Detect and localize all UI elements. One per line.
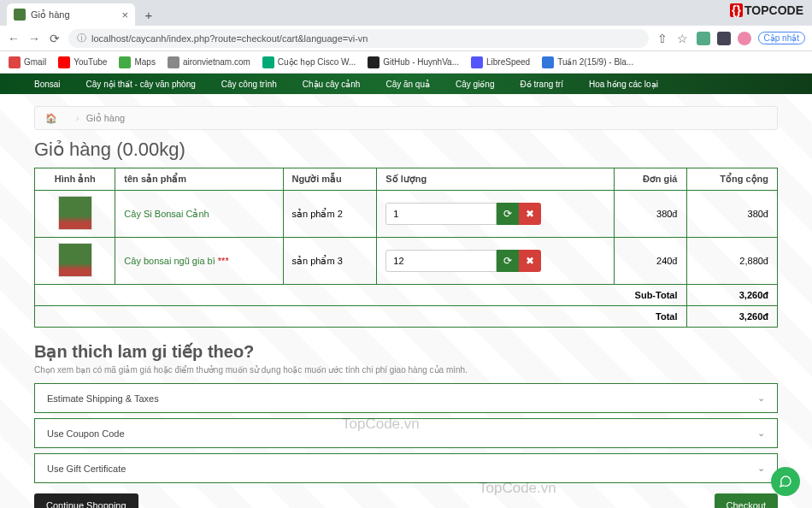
product-model: sản phẩm 2 bbox=[283, 191, 377, 238]
nav-item[interactable]: Cây ăn quả bbox=[385, 80, 430, 89]
subtotal-label: Sub-Total bbox=[35, 285, 687, 306]
accordion-label: Use Gift Certificate bbox=[47, 464, 126, 474]
youtube-icon bbox=[58, 56, 70, 68]
site-icon bbox=[168, 56, 179, 68]
breadcrumb-sep: › bbox=[76, 113, 79, 123]
bookmark-item[interactable]: Maps bbox=[119, 56, 155, 68]
site-info-icon[interactable]: ⓘ bbox=[77, 32, 86, 44]
accordion-coupon[interactable]: Use Coupon Code⌄ bbox=[34, 418, 778, 448]
total-row: Total 3,260đ bbox=[35, 306, 778, 328]
th-price: Đơn giá bbox=[615, 168, 686, 191]
total-label: Total bbox=[35, 306, 687, 328]
bookmark-star-icon[interactable]: ☆ bbox=[676, 32, 690, 45]
home-icon[interactable]: 🏠 bbox=[45, 113, 57, 124]
product-model: sản phẩm 3 bbox=[283, 238, 377, 285]
chevron-down-icon: ⌄ bbox=[757, 463, 765, 474]
browser-tab-strip: Giỏ hàng × + bbox=[0, 0, 812, 26]
next-steps-title: Bạn thich lam gi tiếp theo? bbox=[34, 341, 778, 362]
nav-item[interactable]: Hoa hồng các loại bbox=[589, 80, 658, 89]
product-name-link[interactable]: Cây bonsai ngũ gia bì bbox=[124, 256, 215, 266]
accordion-label: Use Coupon Code bbox=[47, 428, 125, 439]
category-nav: Bonsai Cây nội thất - cây văn phòng Cây … bbox=[0, 74, 812, 94]
cart-table: Hình ảnh tên sản phẩm Người mẫu Số lượng… bbox=[34, 168, 778, 328]
chevron-down-icon: ⌄ bbox=[757, 428, 765, 439]
bookmark-item[interactable]: aironvietnam.com bbox=[168, 56, 250, 68]
breadcrumb-current[interactable]: Giỏ hàng bbox=[86, 113, 126, 124]
extension-icon[interactable] bbox=[717, 32, 731, 45]
bookmark-item[interactable]: LibreSpeed bbox=[471, 56, 530, 68]
cisco-icon bbox=[262, 56, 274, 68]
bookmark-item[interactable]: Cuộc họp Cisco W... bbox=[262, 56, 356, 68]
th-image: Hình ảnh bbox=[35, 168, 115, 191]
qty-input[interactable] bbox=[385, 250, 497, 272]
bookmark-item[interactable]: Gmail bbox=[9, 56, 46, 68]
th-model: Người mẫu bbox=[283, 168, 377, 191]
librespeed-icon bbox=[471, 56, 483, 68]
subtotal-row: Sub-Total 3,260đ bbox=[35, 285, 778, 306]
extension-icon[interactable] bbox=[697, 32, 710, 45]
nav-item[interactable]: Đồ trang trí bbox=[520, 80, 562, 89]
nav-item[interactable]: Chậu cây cảnh bbox=[303, 80, 361, 89]
table-row: Cây bonsai ngũ gia bì *** sản phẩm 3 ⟳ ✖… bbox=[35, 238, 778, 285]
remove-icon[interactable]: ✖ bbox=[519, 250, 541, 272]
update-button[interactable]: Cập nhật bbox=[758, 32, 805, 44]
chevron-down-icon: ⌄ bbox=[757, 393, 765, 404]
nav-item[interactable]: Bonsai bbox=[34, 80, 61, 89]
breadcrumb: 🏠 › Giỏ hàng bbox=[34, 106, 778, 130]
browser-toolbar: ← → ⟳ ⓘ localhost/caycanh/index.php?rout… bbox=[0, 26, 812, 51]
nav-item[interactable]: Cây giống bbox=[456, 80, 494, 89]
bookmark-item[interactable]: GitHub - HuynhVa... bbox=[368, 56, 459, 68]
share-icon[interactable]: ⇧ bbox=[656, 32, 669, 45]
accordion-shipping[interactable]: Estimate Shipping & Taxes⌄ bbox=[34, 383, 778, 413]
refresh-icon[interactable]: ⟳ bbox=[497, 250, 519, 272]
qty-group: ⟳ ✖ bbox=[385, 250, 605, 272]
reload-icon[interactable]: ⟳ bbox=[48, 32, 62, 45]
nav-item[interactable]: Cây công trình bbox=[221, 80, 277, 89]
chat-bubble-icon[interactable] bbox=[771, 467, 800, 496]
doc-icon bbox=[542, 56, 554, 68]
refresh-icon[interactable]: ⟳ bbox=[497, 203, 519, 225]
row-total: 380đ bbox=[686, 191, 778, 238]
new-tab-button[interactable]: + bbox=[140, 6, 157, 23]
forward-icon[interactable]: → bbox=[27, 32, 41, 45]
topcode-logo: {}TOPCODE bbox=[730, 3, 803, 17]
accordion-label: Estimate Shipping & Taxes bbox=[47, 393, 159, 404]
row-total: 2,880đ bbox=[686, 238, 778, 285]
table-row: Cây Si Bonsai Cảnh sản phẩm 2 ⟳ ✖ 380đ 3… bbox=[35, 191, 778, 238]
qty-group: ⟳ ✖ bbox=[385, 203, 605, 225]
github-icon bbox=[368, 56, 380, 68]
nav-item[interactable]: Cây nội thất - cây văn phòng bbox=[86, 80, 196, 89]
required-marker: *** bbox=[218, 256, 229, 266]
gmail-icon bbox=[9, 56, 21, 68]
th-total: Tổng cộng bbox=[686, 168, 778, 191]
product-thumb[interactable] bbox=[58, 196, 92, 230]
th-qty: Số lượng bbox=[377, 168, 615, 191]
action-buttons: Continue Shopping Checkout bbox=[34, 493, 778, 508]
next-steps-desc: Chọn xem bạn có mã giảm giá hoặc điểm th… bbox=[34, 365, 778, 375]
bookmark-item[interactable]: YouTube bbox=[58, 56, 107, 68]
total-value: 3,260đ bbox=[686, 306, 778, 328]
product-thumb[interactable] bbox=[58, 243, 92, 277]
profile-avatar-icon[interactable] bbox=[738, 32, 751, 45]
remove-icon[interactable]: ✖ bbox=[519, 203, 541, 225]
th-name: tên sản phẩm bbox=[115, 168, 283, 191]
address-bar[interactable]: ⓘ localhost/caycanh/index.php?route=chec… bbox=[68, 29, 649, 48]
bookmark-item[interactable]: Tuần 2(15/9) - Bla... bbox=[542, 56, 633, 68]
favicon-icon bbox=[14, 9, 26, 21]
close-tab-icon[interactable]: × bbox=[121, 9, 128, 21]
browser-tab[interactable]: Giỏ hàng × bbox=[7, 3, 135, 26]
product-name-link[interactable]: Cây Si Bonsai Cảnh bbox=[124, 209, 209, 219]
url-text: localhost/caycanh/index.php?route=checko… bbox=[91, 33, 368, 44]
checkout-button[interactable]: Checkout bbox=[715, 493, 778, 508]
subtotal-value: 3,260đ bbox=[686, 285, 778, 306]
back-icon[interactable]: ← bbox=[7, 32, 21, 45]
tab-title: Giỏ hàng bbox=[31, 9, 70, 21]
bookmarks-bar: Gmail YouTube Maps aironvietnam.com Cuộc… bbox=[0, 51, 812, 74]
accordion-gift[interactable]: Use Gift Certificate⌄ bbox=[34, 453, 778, 483]
maps-icon bbox=[119, 56, 131, 68]
qty-input[interactable] bbox=[385, 203, 497, 225]
unit-price: 380đ bbox=[615, 191, 686, 238]
continue-shopping-button[interactable]: Continue Shopping bbox=[34, 493, 138, 508]
unit-price: 240đ bbox=[615, 238, 686, 285]
page-title: Giỏ hàng (0.00kg) bbox=[34, 139, 778, 161]
